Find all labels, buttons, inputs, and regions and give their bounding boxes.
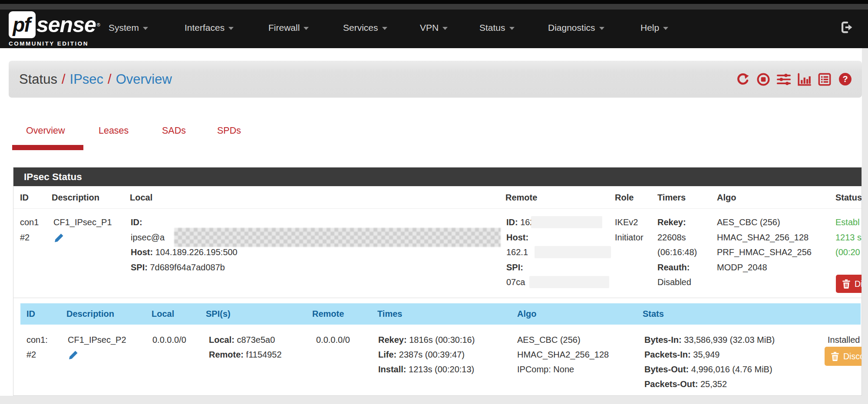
chevron-down-icon <box>143 27 148 30</box>
redacted-mosaic-block <box>174 228 501 247</box>
edit-pencil-icon[interactable] <box>68 347 79 362</box>
nav-item-firewall[interactable]: Firewall <box>268 21 309 35</box>
pf-logo-box: pf <box>9 11 36 38</box>
brand-sense-text: sense <box>36 12 96 37</box>
nav-item-system[interactable]: System <box>109 21 148 35</box>
redacted-block <box>529 276 609 288</box>
nav-item-services[interactable]: Services <box>343 21 387 35</box>
edit-pencil-icon[interactable] <box>53 230 64 245</box>
sliders-icon[interactable] <box>776 72 791 87</box>
child-col-header-times: Times <box>377 303 402 325</box>
tab-sads[interactable]: SADs <box>162 125 186 136</box>
ike-row-role-cell: IKEv2 Initiator <box>615 215 644 245</box>
top-navbar: pf sense ® COMMUNITY EDITION System Inte… <box>0 0 868 48</box>
chevron-down-icon <box>663 27 668 30</box>
help-icon[interactable]: ? <box>838 72 852 87</box>
svg-text:?: ? <box>842 74 848 84</box>
ipsec-status-panel: IPsec Status ID Description Local Remote… <box>13 167 862 396</box>
refresh-icon[interactable] <box>736 72 750 87</box>
child-row-times-cell: Rekey: 1816s (00:30:16) Life: 2387s (00:… <box>378 332 475 377</box>
chevron-down-icon <box>509 27 515 30</box>
breadcrumb-separator: / <box>108 72 112 87</box>
redacted-block <box>535 246 611 258</box>
breadcrumb-separator: / <box>62 72 66 87</box>
trash-icon <box>831 351 839 361</box>
brand-tagline: COMMUNITY EDITION <box>9 40 100 47</box>
disconnect-button[interactable]: Disco <box>825 347 862 366</box>
active-tab-underline <box>12 145 83 150</box>
chevron-down-icon <box>304 27 309 30</box>
col-header-description: Description <box>52 186 99 209</box>
child-col-header-remote: Remote <box>312 303 344 325</box>
child-col-header-algo: Algo <box>517 303 536 325</box>
child-col-header-description: Description <box>66 303 114 325</box>
child-row-local-cell: 0.0.0.0/0 <box>152 332 186 347</box>
sub-strip <box>0 4 868 10</box>
redacted-block <box>531 216 602 228</box>
nav-item-diagnostics[interactable]: Diagnostics <box>548 21 604 35</box>
ike-row-algo-cell: AES_CBC (256) HMAC_SHA2_256_128 PRF_HMAC… <box>717 215 812 275</box>
tab-spds[interactable]: SPDs <box>217 125 241 136</box>
tab-overview[interactable]: Overview <box>26 125 65 136</box>
tab-leases[interactable]: Leases <box>99 125 129 136</box>
col-header-role: Role <box>615 186 634 209</box>
ike-row-timers-cell: Rekey: 22608s (06:16:48) Reauth: Disable… <box>657 215 697 290</box>
col-header-status: Status <box>835 186 862 209</box>
child-col-header-id: ID <box>26 303 35 325</box>
pfsense-logo[interactable]: pf sense ® COMMUNITY EDITION <box>9 11 100 47</box>
breadcrumb: Status/IPsec/Overview <box>19 61 172 98</box>
child-row-spis-cell: Local: c873e5a0 Remote: f1154952 <box>209 332 282 362</box>
child-table-header-bar <box>20 303 861 325</box>
child-col-header-stats: Stats <box>643 303 664 325</box>
sign-out-icon[interactable] <box>839 20 854 35</box>
child-row-description-cell: CF1_IPsec_P2 <box>68 332 126 362</box>
breadcrumb-section: Status <box>19 72 57 87</box>
child-row-stats-cell: Bytes-In: 33,586,939 (32.03 MiB) Packets… <box>644 332 775 391</box>
nav-item-interfaces[interactable]: Interfaces <box>185 21 234 35</box>
child-col-header-local: Local <box>152 303 174 325</box>
chevron-down-icon <box>599 27 604 30</box>
child-row-remote-cell: 0.0.0.0/0 <box>316 332 350 347</box>
col-header-remote: Remote <box>505 186 537 209</box>
page-right-gutter <box>862 48 868 404</box>
header-actions: ? <box>736 61 852 98</box>
table-divider <box>13 208 861 209</box>
nav-item-vpn[interactable]: VPN <box>420 21 448 35</box>
table-divider <box>13 298 861 298</box>
page-footer-strip <box>0 396 862 404</box>
chevron-down-icon <box>382 27 387 30</box>
col-header-local: Local <box>130 186 152 209</box>
child-row-status-cell: Installed <box>828 332 860 347</box>
breadcrumb-link-ipsec[interactable]: IPsec <box>70 72 104 87</box>
trash-icon <box>842 279 851 289</box>
bar-chart-icon[interactable] <box>797 72 812 87</box>
top-strip <box>0 0 868 4</box>
panel-heading: IPsec Status <box>13 168 861 186</box>
stop-icon[interactable] <box>756 72 771 87</box>
col-header-timers: Timers <box>657 186 686 209</box>
col-header-id: ID <box>20 186 29 209</box>
nav-item-status[interactable]: Status <box>479 21 515 35</box>
ike-row-status-cell: Establ 1213 s (00:20 <box>835 215 861 260</box>
breadcrumb-link-overview[interactable]: Overview <box>116 72 172 87</box>
chevron-down-icon <box>442 27 448 30</box>
child-row-algo-cell: AES_CBC (256) HMAC_SHA2_256_128 IPComp: … <box>517 332 609 377</box>
registered-mark: ® <box>97 22 100 27</box>
chevron-down-icon <box>228 27 234 30</box>
breadcrumb-panel: Status/IPsec/Overview <box>9 61 862 98</box>
list-icon[interactable] <box>817 72 832 87</box>
col-header-algo: Algo <box>717 186 736 209</box>
panel-title: IPsec Status <box>24 168 861 186</box>
ike-row-id-cell: con1 #2 <box>20 215 39 245</box>
child-col-header-spis: SPI(s) <box>206 303 231 325</box>
nav-item-help[interactable]: Help <box>640 21 668 35</box>
disconnect-button[interactable]: Dis <box>836 275 862 293</box>
child-row-id-cell: con1: #2 <box>26 332 48 362</box>
ike-row-description-cell: CF1_IPsec_P1 <box>53 215 112 245</box>
